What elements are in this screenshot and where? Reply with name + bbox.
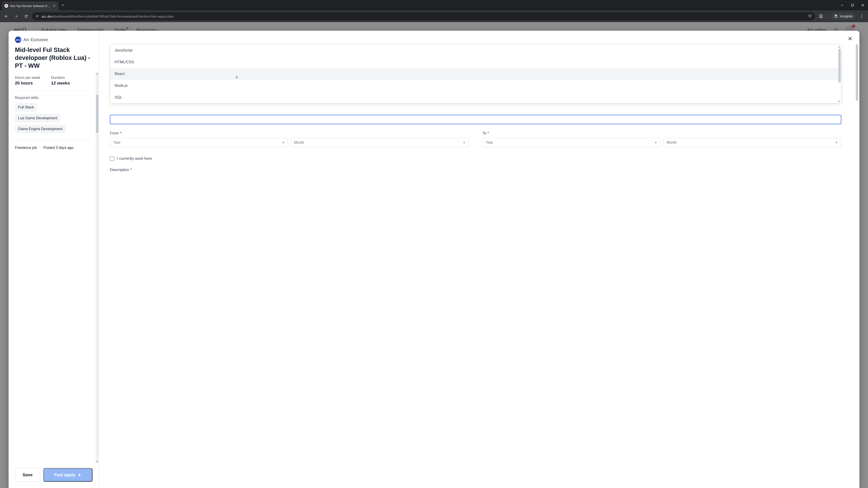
browser-tab[interactable]: Hire Top Remote Software Deve ✕ — [2, 1, 58, 10]
description-label: Description * — [110, 168, 841, 172]
back-button[interactable] — [2, 12, 10, 20]
tab-bar: Hire Top Remote Software Deve ✕ + — [0, 0, 868, 10]
svg-point-6 — [862, 17, 862, 18]
tab-favicon-icon — [4, 4, 8, 8]
dropdown-scroll-down-icon[interactable]: ▼ — [837, 100, 841, 103]
save-button[interactable]: Save — [15, 468, 40, 482]
dropdown-scroll-up-icon[interactable]: ▲ — [837, 45, 841, 48]
currently-work-checkbox[interactable] — [110, 156, 114, 161]
dropdown-option[interactable]: JavaScript — [110, 44, 841, 56]
svg-rect-1 — [851, 4, 854, 6]
page-background: arc() Full-time roles Freelance jobs Pro… — [0, 22, 868, 488]
scroll-up-icon[interactable]: ▲ — [96, 72, 99, 75]
main-scroll-thumb[interactable] — [856, 44, 858, 101]
incognito-icon — [834, 14, 838, 18]
dropdown-scroll-thumb[interactable] — [838, 48, 841, 83]
forward-button[interactable] — [12, 12, 20, 20]
exclusive-label: Arc Exclusive — [24, 37, 48, 42]
address-bar[interactable]: arc.dev/dashboard/d/verified-jobs/kdb78f… — [32, 12, 815, 20]
tab-close-icon[interactable]: ✕ — [53, 4, 56, 8]
skill-chip: Full Stack — [15, 103, 37, 111]
to-month-select[interactable]: Month▼ — [663, 138, 841, 147]
sidebar-scroll[interactable]: Hours per week 20 hours Duration 12 week… — [8, 72, 99, 463]
incognito-label: Incognito — [840, 14, 852, 18]
chevron-down-icon: ▼ — [655, 141, 657, 144]
modal-sidebar: arc() Arc Exclusive Mid-level Ful Stack … — [8, 31, 99, 488]
sidebar-scrollbar[interactable]: ▲ ▼ — [96, 72, 99, 463]
url-text: arc.dev/dashboard/d/verified-jobs/kdb78f… — [41, 14, 806, 18]
divider — [15, 91, 92, 91]
chevron-down-icon: ▼ — [463, 141, 465, 144]
svg-point-5 — [862, 16, 862, 17]
skills-label: Required skills — [15, 96, 92, 100]
to-label: To * — [483, 131, 841, 135]
duration-label: Duration — [51, 76, 70, 80]
posted-row: Freelance job / Posted 3 days ago — [15, 146, 92, 150]
skill-chip: Game Engine Development — [15, 125, 66, 133]
hours-value: 20 hours — [15, 80, 40, 86]
minimize-button[interactable] — [837, 0, 847, 10]
extensions-icon[interactable] — [817, 12, 825, 20]
from-label: From * — [110, 131, 469, 135]
hours-label: Hours per week — [15, 76, 40, 80]
from-year-select[interactable]: Year▼ — [110, 138, 288, 147]
window-controls — [837, 0, 868, 10]
reload-button[interactable] — [22, 12, 30, 20]
fast-apply-button[interactable]: Fast apply — [43, 468, 92, 482]
close-button[interactable]: ✕ — [848, 35, 852, 42]
new-tab-button[interactable]: + — [58, 3, 67, 8]
job-type: Freelance job — [15, 146, 37, 150]
maximize-button[interactable] — [847, 0, 858, 10]
sidebar-scroll-thumb[interactable] — [96, 95, 98, 133]
bookmark-icon[interactable] — [808, 14, 812, 19]
form-area: ▲ JavaScriptHTML/CSSReactNode.jsSQL ▼ Fr… — [99, 31, 860, 488]
modal-main: ✕ ▲ JavaScriptHTML/CSSReactNode.jsSQL ▼ … — [99, 31, 860, 488]
job-title: Mid-level Ful Stack developoer (Roblox L… — [15, 46, 92, 70]
site-info-icon[interactable] — [35, 14, 39, 18]
skills-chips: Full Stack Lua Game Development Game Eng… — [15, 103, 92, 135]
chevron-down-icon: ▼ — [282, 141, 285, 144]
dropdown-option[interactable]: SQL — [110, 92, 841, 103]
svg-point-4 — [862, 15, 862, 15]
currently-work-label: I currently work here — [117, 156, 152, 161]
incognito-chip[interactable]: Incognito — [831, 13, 856, 20]
from-month-select[interactable]: Month▼ — [291, 138, 469, 147]
browser-chrome: Hire Top Remote Software Deve ✕ + arc.de… — [0, 0, 868, 22]
window-close-button[interactable] — [858, 0, 868, 10]
bolt-icon — [78, 473, 82, 477]
skills-dropdown[interactable]: ▲ JavaScriptHTML/CSSReactNode.jsSQL ▼ — [110, 44, 841, 103]
menu-icon[interactable] — [858, 12, 866, 20]
dropdown-option[interactable]: HTML/CSS — [110, 56, 841, 68]
chevron-down-icon: ▼ — [835, 141, 838, 144]
dropdown-option[interactable]: Node.js — [110, 80, 841, 92]
arc-logo-icon: arc() — [15, 37, 21, 43]
tab-title: Hire Top Remote Software Deve — [10, 4, 51, 8]
duration-value: 12 weeks — [51, 80, 70, 86]
posted-ago: Posted 3 days ago — [43, 146, 73, 150]
main-scrollbar[interactable] — [856, 44, 859, 486]
scroll-down-icon[interactable]: ▼ — [96, 460, 99, 463]
skill-chip: Lua Game Development — [15, 114, 60, 123]
fast-apply-label: Fast apply — [54, 473, 75, 477]
browser-toolbar: arc.dev/dashboard/d/verified-jobs/kdb78f… — [0, 10, 868, 22]
job-modal: arc() Arc Exclusive Mid-level Ful Stack … — [8, 31, 860, 488]
to-year-select[interactable]: Year▼ — [483, 138, 660, 147]
skills-input[interactable] — [110, 115, 841, 124]
dropdown-option[interactable]: React — [110, 68, 841, 80]
divider — [15, 140, 92, 141]
